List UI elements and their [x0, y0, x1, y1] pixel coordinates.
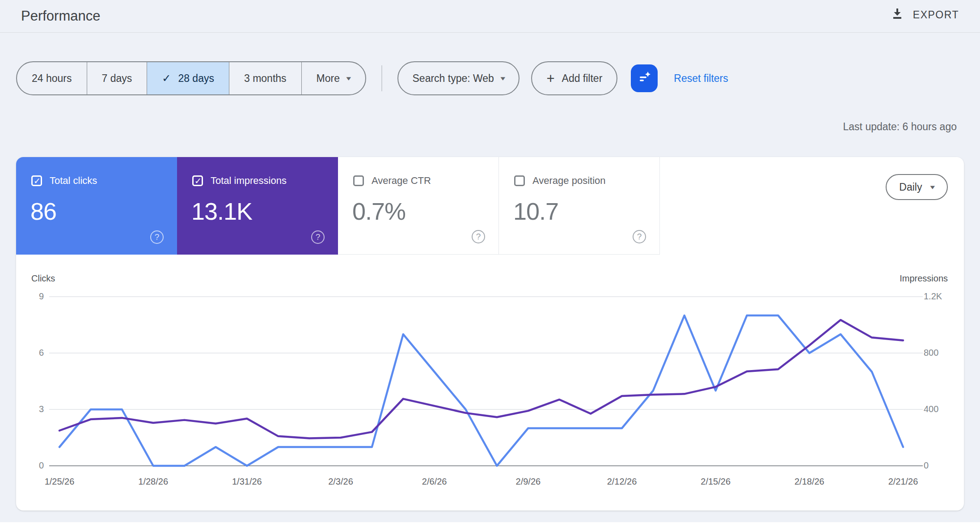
- filter-sparkle-icon: [636, 69, 652, 87]
- metric-tile-total-impressions[interactable]: Total impressions13.1K: [177, 157, 338, 255]
- x-axis-tick: 2/6/26: [399, 477, 470, 487]
- date-range-3-months[interactable]: 3 months: [229, 62, 301, 94]
- caret-down-icon: [930, 183, 935, 191]
- caret-down-icon: [346, 74, 351, 82]
- x-axis-tick: 2/15/26: [680, 477, 752, 487]
- download-icon: [890, 6, 905, 23]
- left-axis-tick: 3: [16, 404, 44, 414]
- metric-label: Average position: [532, 175, 606, 187]
- metric-checkbox[interactable]: [514, 175, 525, 186]
- date-range-28-days[interactable]: 28 days: [147, 62, 229, 94]
- x-axis-tick: 2/12/26: [586, 477, 658, 487]
- date-range-label: 24 hours: [32, 72, 72, 85]
- filter-settings-button[interactable]: [631, 64, 658, 92]
- date-range-label: 7 days: [102, 72, 132, 85]
- top-bar: Performance EXPORT: [0, 0, 980, 33]
- plus-icon: [546, 72, 554, 85]
- reset-filters-link[interactable]: Reset filters: [674, 72, 728, 85]
- granularity-label: Daily: [899, 181, 922, 193]
- last-update-text: Last update: 6 hours ago: [843, 121, 957, 133]
- performance-chart: Clicks Impressions 003400680091.2K1/25/2…: [16, 255, 964, 511]
- caret-down-icon: [500, 74, 505, 82]
- granularity-dropdown[interactable]: Daily: [886, 174, 948, 200]
- page-title: Performance: [21, 8, 100, 24]
- metric-checkbox[interactable]: [353, 175, 364, 186]
- metric-tile-total-clicks[interactable]: Total clicks86: [16, 157, 177, 255]
- metric-value: 10.7: [513, 197, 659, 225]
- filter-row: 24 hours7 days28 days3 monthsMore Search…: [16, 61, 728, 95]
- more-label: More: [317, 72, 340, 85]
- metric-tile-average-position[interactable]: Average position10.7: [499, 157, 660, 255]
- date-range-7-days[interactable]: 7 days: [87, 62, 147, 94]
- x-axis-tick: 1/28/26: [118, 477, 189, 487]
- x-axis-tick: 2/9/26: [492, 477, 564, 487]
- help-icon[interactable]: [633, 230, 646, 243]
- x-axis-tick: 1/31/26: [211, 477, 283, 487]
- add-filter-button[interactable]: Add filter: [531, 61, 617, 95]
- export-button[interactable]: EXPORT: [890, 6, 959, 23]
- check-icon: [162, 72, 171, 85]
- impressions-line-series: [59, 320, 903, 439]
- metric-checkbox[interactable]: [31, 175, 42, 186]
- date-range-label: 3 months: [244, 72, 287, 85]
- performance-card: Total clicks86Total impressions13.1KAver…: [16, 157, 964, 511]
- date-range-24-hours[interactable]: 24 hours: [17, 62, 87, 94]
- x-axis-tick: 1/25/26: [24, 477, 95, 487]
- x-axis-tick: 2/18/26: [773, 477, 845, 487]
- next-section-edge: [0, 522, 980, 528]
- metric-label: Total clicks: [50, 175, 97, 187]
- help-icon[interactable]: [472, 230, 485, 243]
- date-range-selector: 24 hours7 days28 days3 monthsMore: [16, 61, 366, 95]
- help-icon[interactable]: [311, 230, 325, 244]
- add-filter-label: Add filter: [562, 72, 603, 85]
- metric-value: 0.7%: [352, 197, 498, 225]
- left-axis-tick: 0: [16, 460, 44, 471]
- chart-canvas[interactable]: [16, 255, 964, 511]
- search-type-label: Search type: Web: [413, 72, 494, 85]
- right-axis-tick: 800: [924, 348, 938, 358]
- date-range-more-dropdown[interactable]: More: [301, 62, 365, 94]
- right-axis-tick: 0: [924, 460, 929, 471]
- metric-label: Average CTR: [372, 175, 431, 187]
- export-label: EXPORT: [913, 9, 959, 21]
- right-axis-tick: 400: [924, 404, 938, 414]
- divider: [381, 65, 382, 91]
- metric-label: Total impressions: [211, 175, 287, 187]
- date-range-label: 28 days: [178, 72, 214, 85]
- left-axis-tick: 9: [16, 291, 44, 302]
- left-axis-tick: 6: [16, 348, 44, 358]
- help-icon[interactable]: [150, 230, 164, 244]
- metric-value: 86: [30, 197, 177, 225]
- metric-checkbox[interactable]: [192, 175, 203, 186]
- clicks-line-series: [59, 315, 903, 466]
- x-axis-tick: 2/3/26: [305, 477, 376, 487]
- x-axis-tick: 2/21/26: [867, 477, 939, 487]
- metric-value: 13.1K: [191, 197, 338, 225]
- right-axis-tick: 1.2K: [924, 291, 942, 302]
- performance-page: Performance EXPORT 24 hours7 days28 days…: [0, 0, 980, 528]
- metric-tile-average-ctr[interactable]: Average CTR0.7%: [338, 157, 499, 255]
- search-type-dropdown[interactable]: Search type: Web: [397, 61, 520, 95]
- metric-tiles: Total clicks86Total impressions13.1KAver…: [16, 157, 660, 255]
